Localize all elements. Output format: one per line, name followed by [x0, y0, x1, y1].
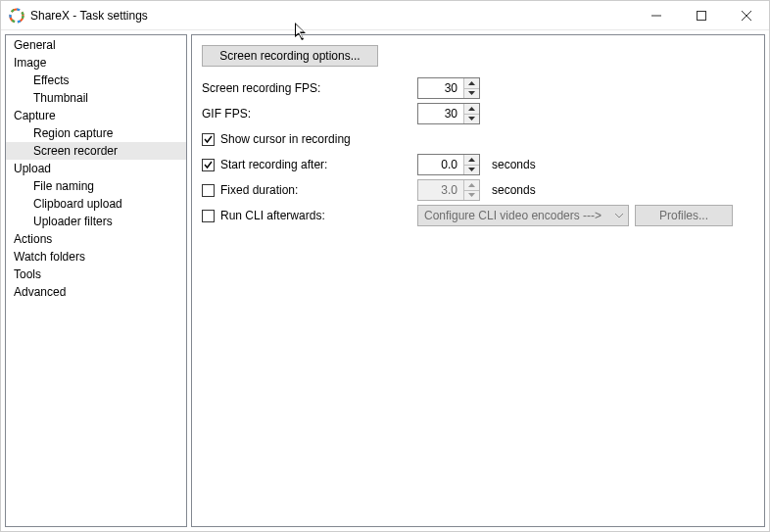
- tree-item-tools[interactable]: Tools: [6, 266, 186, 283]
- fixed-duration-down-icon: [464, 190, 479, 201]
- fps-up-icon[interactable]: [464, 78, 479, 88]
- fps-value[interactable]: 30: [418, 78, 463, 98]
- show-cursor-checkbox[interactable]: [202, 133, 215, 146]
- tree-item-actions[interactable]: Actions: [6, 230, 186, 248]
- tree-item-thumbnail[interactable]: Thumbnail: [6, 89, 186, 107]
- cli-encoder-value: Configure CLI video encoders --->: [424, 209, 602, 222]
- start-after-down-icon[interactable]: [464, 165, 479, 175]
- sharex-logo-icon: [9, 8, 24, 24]
- start-after-value[interactable]: 0.0: [418, 155, 463, 174]
- cli-encoder-combo: Configure CLI video encoders --->: [417, 205, 629, 226]
- fps-spinner[interactable]: 30: [417, 77, 480, 99]
- svg-marker-12: [468, 168, 475, 171]
- tree-item-screen-recorder[interactable]: Screen recorder: [6, 142, 186, 160]
- fps-label: Screen recording FPS:: [202, 81, 417, 95]
- show-cursor-label: Show cursor in recording: [220, 132, 351, 146]
- svg-marker-11: [468, 158, 475, 162]
- tree-item-file-naming[interactable]: File naming: [6, 177, 186, 195]
- tree-item-uploader-filters[interactable]: Uploader filters: [6, 213, 186, 230]
- close-button[interactable]: [724, 1, 769, 30]
- fixed-duration-label: Fixed duration:: [220, 183, 417, 197]
- task-settings-window: ShareX - Task settings General Image Eff…: [0, 0, 770, 532]
- start-after-checkbox[interactable]: [202, 159, 215, 171]
- minimize-button[interactable]: [634, 1, 679, 30]
- svg-marker-14: [468, 193, 475, 197]
- titlebar: ShareX - Task settings: [1, 1, 769, 30]
- window-body: General Image Effects Thumbnail Capture …: [1, 30, 769, 531]
- screen-recording-options-button[interactable]: Screen recording options...: [202, 45, 378, 67]
- settings-tree: General Image Effects Thumbnail Capture …: [5, 34, 187, 527]
- run-cli-label: Run CLI afterwards:: [220, 209, 417, 222]
- start-after-label: Start recording after:: [220, 158, 417, 171]
- tree-item-capture[interactable]: Capture: [6, 107, 186, 124]
- tree-item-effects[interactable]: Effects: [6, 72, 186, 89]
- profiles-button: Profiles...: [635, 205, 733, 226]
- mouse-cursor-icon: [295, 23, 309, 45]
- start-after-unit: seconds: [492, 158, 536, 171]
- content-panel: Screen recording options... Screen recor…: [191, 34, 765, 527]
- fixed-duration-spinner: 3.0: [417, 179, 480, 201]
- tree-item-image[interactable]: Image: [6, 54, 186, 72]
- tree-item-watch-folders[interactable]: Watch folders: [6, 248, 186, 266]
- tree-item-region-capture[interactable]: Region capture: [6, 124, 186, 142]
- start-after-spinner[interactable]: 0.0: [417, 154, 480, 175]
- fps-down-icon[interactable]: [464, 88, 479, 99]
- gif-fps-label: GIF FPS:: [202, 107, 417, 121]
- window-title: ShareX - Task settings: [30, 9, 148, 23]
- tree-item-clipboard-upload[interactable]: Clipboard upload: [6, 195, 186, 213]
- gif-fps-down-icon[interactable]: [464, 114, 479, 124]
- chevron-down-icon: [610, 214, 628, 218]
- gif-fps-spinner[interactable]: 30: [417, 103, 480, 124]
- svg-marker-7: [468, 81, 475, 85]
- run-cli-checkbox[interactable]: [202, 210, 215, 222]
- svg-marker-10: [468, 117, 475, 121]
- svg-rect-4: [698, 11, 706, 20]
- gif-fps-up-icon[interactable]: [464, 104, 479, 114]
- fixed-duration-unit: seconds: [492, 183, 536, 197]
- svg-marker-8: [468, 91, 475, 95]
- fixed-duration-up-icon: [464, 180, 479, 190]
- tree-item-upload[interactable]: Upload: [6, 160, 186, 177]
- maximize-button[interactable]: [679, 1, 724, 30]
- tree-item-general[interactable]: General: [6, 36, 186, 54]
- gif-fps-value[interactable]: 30: [418, 104, 463, 123]
- svg-marker-13: [468, 183, 475, 187]
- tree-item-advanced[interactable]: Advanced: [6, 283, 186, 301]
- fixed-duration-value: 3.0: [418, 180, 463, 200]
- start-after-up-icon[interactable]: [464, 155, 479, 165]
- svg-marker-9: [468, 107, 475, 111]
- fixed-duration-checkbox[interactable]: [202, 184, 215, 197]
